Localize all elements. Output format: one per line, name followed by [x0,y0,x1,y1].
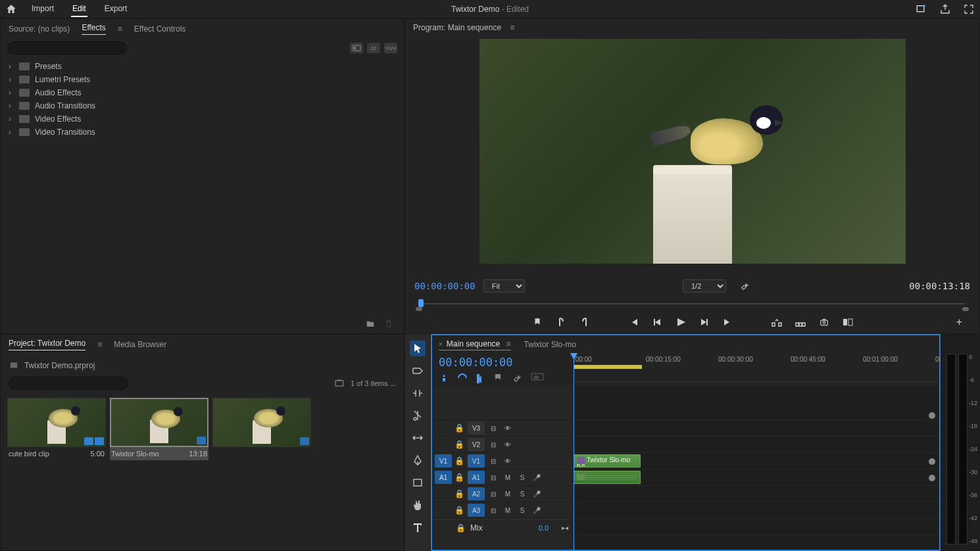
workspace-tab-export[interactable]: Export [103,1,129,17]
project-search-input[interactable] [9,377,128,390]
source-patch-v1[interactable]: V1 [435,454,452,467]
badge-accelerated-icon[interactable] [350,43,363,53]
linked-selection-icon[interactable] [457,373,468,383]
source-patch-a1[interactable]: A1 [435,471,452,484]
selection-tool-icon[interactable] [410,341,426,356]
fullscreen-icon[interactable] [963,3,975,15]
bin-item-twixtor[interactable]: Twixtor Slo-mo13:18 [110,398,208,460]
share-icon[interactable] [939,3,951,15]
tree-item-audio-transitions[interactable]: ›Audio Transitions [6,99,399,112]
workspace-tab-edit[interactable]: Edit [71,1,87,17]
pen-tool-icon[interactable] [410,452,426,468]
timeline-marker-icon[interactable] [494,373,504,383]
tab-media-browser[interactable]: Media Browser [114,340,166,349]
range-handle[interactable] [929,412,935,419]
fit-select[interactable]: Fit [483,279,525,293]
zoom-handle-left[interactable] [416,307,422,311]
play-icon[interactable] [675,316,687,328]
razor-tool-icon[interactable] [410,408,426,423]
hand-tool-icon[interactable] [410,497,426,513]
timeline-timecode[interactable]: 00:00:00:00 [439,356,567,369]
delete-icon[interactable] [383,318,395,329]
export-frame-icon[interactable] [818,316,830,328]
expand-icon[interactable]: ▸◂ [559,523,571,533]
lock-icon[interactable]: 🔒 [454,489,465,498]
sync-lock-icon[interactable]: ⊟ [487,489,499,499]
project-menu-icon[interactable]: ≡ [97,340,102,349]
track-target-a3[interactable]: A3 [468,504,485,517]
tree-item-video-transitions[interactable]: ›Video Transitions [6,126,399,139]
tab-project[interactable]: Project: Twixtor Demo [9,339,86,350]
lock-icon[interactable]: 🔒 [456,523,466,533]
range-handle[interactable] [929,458,935,465]
toggle-output-icon[interactable]: 👁 [502,423,514,433]
extract-icon[interactable] [795,316,806,328]
program-menu-icon[interactable]: ≡ [510,23,514,32]
sync-lock-icon[interactable]: ⊟ [487,439,499,450]
mark-out-icon[interactable] [579,316,591,328]
video-clip-v1[interactable]: Twixtor Slo-mo [V] [574,454,641,467]
lock-icon[interactable]: 🔒 [454,506,465,515]
track-target-a2[interactable]: A2 [468,487,485,500]
mark-in-icon[interactable] [555,316,567,328]
sync-lock-icon[interactable]: ⊟ [487,456,499,466]
mute-button[interactable]: M [502,472,514,483]
tab-effects[interactable]: Effects [82,23,105,35]
program-scrubber[interactable] [414,298,970,310]
lock-icon[interactable]: 🔒 [454,440,465,449]
mute-button[interactable]: M [502,489,514,499]
captions-icon[interactable]: cc [531,373,541,383]
mute-button[interactable]: M [502,505,514,515]
type-tool-icon[interactable] [410,519,426,535]
tab-effect-controls[interactable]: Effect Controls [134,24,185,34]
track-target-v1[interactable]: V1 [468,454,485,467]
bin-item-3[interactable] [212,398,311,460]
voice-over-icon[interactable]: 🎤 [531,472,543,483]
resolution-select[interactable]: 1/2 [683,279,726,293]
timeline-settings-icon[interactable] [512,373,523,383]
toggle-output-icon[interactable]: 👁 [502,439,514,450]
program-timecode-in[interactable]: 00:00:00:00 [414,281,476,291]
step-back-icon[interactable] [651,316,663,328]
track-header-a3[interactable]: 🔒 A3 ⊟ M S 🎤 [432,502,574,519]
toggle-output-icon[interactable]: 👁 [502,456,514,466]
timeline-tab-main[interactable]: ×Main sequence ≡ [439,338,511,350]
work-area-bar[interactable] [574,365,642,369]
new-bin-icon[interactable] [364,318,376,329]
timeline-tab-twixtor[interactable]: Twixtor Slo-mo [524,339,576,350]
audio-clip-a1[interactable] [574,471,641,484]
sync-lock-icon[interactable]: ⊟ [487,472,499,483]
zoom-handle-right[interactable] [962,307,969,311]
timeline-ruler[interactable]: :00:00 00:00:15:00 00:00:30:00 00:00:45:… [574,353,939,382]
settings-wrench-icon[interactable] [739,280,751,292]
badge-32bit-icon[interactable]: 32 [367,43,380,53]
lock-icon[interactable]: 🔒 [454,473,465,482]
panel-menu-icon[interactable]: ≡ [118,24,122,34]
track-select-tool-icon[interactable] [410,363,426,379]
timeline-playhead[interactable] [574,353,574,550]
sync-lock-icon[interactable]: ⊟ [487,505,499,515]
effects-search-input[interactable] [7,41,127,55]
badge-yuv-icon[interactable]: YUV [384,43,397,53]
step-forward-icon[interactable] [698,316,710,328]
solo-button[interactable]: S [516,472,528,483]
sync-lock-icon[interactable]: ⊟ [487,423,499,433]
track-header-v1[interactable]: V1 🔒 V1 ⊟ 👁 [432,453,574,469]
mix-track-header[interactable]: 🔒 Mix 0.0 ▸◂ [432,519,574,536]
add-marker-icon[interactable] [476,373,486,383]
timeline-content[interactable]: Twixtor Slo-mo [V] [574,386,939,550]
add-marker-icon[interactable] [531,316,543,328]
close-tab-icon[interactable]: × [439,341,443,348]
tree-item-audio-effects[interactable]: ›Audio Effects [6,86,399,99]
track-target-v3[interactable]: V3 [468,421,485,435]
ripple-edit-tool-icon[interactable] [410,385,426,401]
rectangle-tool-icon[interactable] [410,475,426,491]
solo-button[interactable]: S [516,505,528,515]
range-handle[interactable] [929,475,935,481]
mix-value[interactable]: 0.0 [539,524,549,532]
quick-export-icon[interactable] [916,3,927,15]
lock-icon[interactable]: 🔒 [454,456,465,466]
workspace-tab-import[interactable]: Import [30,1,55,17]
voice-over-icon[interactable]: 🎤 [531,489,543,499]
home-icon[interactable] [5,3,17,15]
